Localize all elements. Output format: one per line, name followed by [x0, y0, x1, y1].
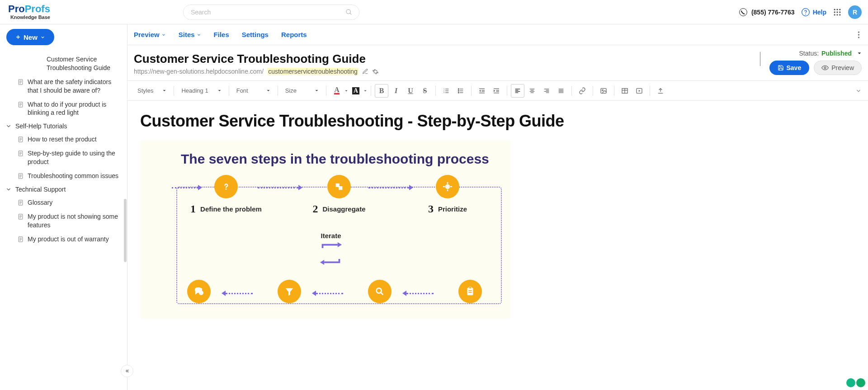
nav-sites[interactable]: Sites — [172, 31, 208, 38]
svg-point-98 — [602, 89, 604, 91]
size-select[interactable]: Size — [282, 87, 322, 94]
bold-button[interactable]: B — [375, 84, 388, 98]
logo[interactable]: ProProfs Knowledge Base — [6, 4, 50, 20]
outdent-button[interactable] — [475, 84, 489, 98]
image-button[interactable] — [597, 84, 610, 98]
font-select[interactable]: Font — [233, 87, 274, 94]
page-item-label: My product is not showing some features — [28, 212, 120, 230]
italic-button[interactable]: I — [389, 84, 403, 98]
toolbar-collapse-icon[interactable] — [855, 88, 862, 94]
help-link[interactable]: Help — [801, 8, 826, 17]
page-title-text[interactable]: Customer Service Troubleshooting Guide — [134, 52, 760, 66]
folder-label: Self-Help Tutorials — [15, 122, 67, 130]
svg-marker-54 — [218, 90, 221, 91]
step1-num: 1 — [190, 203, 196, 215]
svg-marker-118 — [286, 288, 293, 296]
logo-subtitle: Knowledge Base — [10, 15, 50, 20]
doc-icon — [17, 79, 24, 85]
page-url-base[interactable]: https://new-gen-solutions.helpdocsonline… — [134, 68, 264, 75]
content-heading[interactable]: Customer Service Troubleshooting - Step-… — [140, 112, 855, 131]
page-item[interactable]: Glossary — [0, 196, 127, 210]
align-justify-button[interactable] — [554, 84, 568, 98]
scrollbar[interactable] — [123, 50, 127, 390]
step1-label: Define the problem — [200, 205, 262, 213]
search-input-wrap[interactable] — [183, 5, 359, 20]
svg-point-6 — [836, 9, 838, 10]
phone-link[interactable]: (855) 776-7763 — [739, 8, 795, 17]
nav-label: Sites — [179, 31, 195, 38]
chevron-down-icon — [40, 35, 45, 40]
page-tree[interactable]: Customer Service Troubleshooting GuideWh… — [0, 50, 127, 390]
align-left-button[interactable] — [511, 84, 524, 98]
new-button-label: New — [24, 33, 38, 41]
strike-button[interactable]: S — [418, 84, 432, 98]
page-url-slug[interactable]: customerservicetroubleshooting — [267, 68, 359, 75]
page-item[interactable]: Step-by-step guide to using the product — [0, 146, 127, 169]
indent-button[interactable] — [490, 84, 503, 98]
chevron-down-icon — [161, 33, 166, 37]
editor-content[interactable]: Customer Service Troubleshooting - Step-… — [127, 101, 868, 337]
preview-button[interactable]: Preview — [814, 61, 862, 75]
upload-button[interactable] — [654, 84, 667, 98]
folder-item[interactable]: Self-Help Tutorials — [0, 120, 127, 132]
page-item[interactable]: How to reset the product — [0, 132, 127, 146]
apps-icon[interactable] — [833, 8, 842, 17]
heading-select[interactable]: Heading 1 — [178, 87, 225, 94]
page-item-label: Troubleshooting common issues — [28, 172, 118, 180]
new-button[interactable]: New — [6, 29, 54, 45]
editor-toolbar: Styles Heading 1 Font Size A A — [127, 81, 868, 101]
align-center-button[interactable] — [525, 84, 539, 98]
svg-marker-57 — [345, 90, 347, 91]
phone-icon — [739, 8, 748, 17]
underline-button[interactable]: U — [404, 84, 417, 98]
extension-badges — [846, 378, 865, 387]
svg-point-4 — [805, 14, 806, 14]
nav-label: Files — [214, 31, 229, 38]
svg-point-5 — [834, 9, 835, 10]
search-input[interactable] — [190, 8, 345, 16]
page-item[interactable]: My product is not showing some features — [0, 210, 127, 232]
page-item[interactable]: My product is out of warranty — [0, 232, 127, 246]
nav-preview[interactable]: Preview — [134, 31, 172, 38]
more-menu-button[interactable] — [856, 29, 862, 41]
nav-files[interactable]: Files — [208, 31, 236, 38]
svg-point-70 — [458, 92, 459, 93]
page-item[interactable]: Troubleshooting common issues — [0, 169, 127, 183]
video-button[interactable] — [632, 84, 646, 98]
settings-gear-icon[interactable] — [372, 68, 379, 75]
svg-point-10 — [839, 11, 840, 13]
svg-marker-58 — [364, 90, 366, 91]
doc-icon — [17, 213, 24, 220]
nav-settings[interactable]: Settings — [236, 31, 275, 38]
avatar[interactable]: R — [848, 5, 862, 19]
editor-scroll[interactable]: Customer Service Troubleshooting - Step-… — [127, 101, 868, 390]
link-button[interactable] — [576, 84, 589, 98]
page-item[interactable]: What to do if your product is blinking a… — [0, 98, 127, 120]
save-button[interactable]: Save — [769, 61, 810, 75]
page-item[interactable]: What are the safety indicators that I sh… — [0, 75, 127, 98]
table-button[interactable] — [618, 84, 632, 98]
process-diagram: The seven steps in the troubleshooting p… — [140, 141, 511, 319]
doc-icon — [17, 236, 24, 243]
numbered-list-button[interactable]: 123 — [439, 84, 453, 98]
page-item-label: Step-by-step guide to using the product — [28, 149, 120, 166]
svg-rect-107 — [339, 186, 342, 190]
folder-item[interactable]: Technical Support — [0, 183, 127, 196]
text-color-button[interactable]: A — [330, 84, 344, 98]
page-item[interactable]: Customer Service Troubleshooting Guide — [0, 52, 127, 75]
checklist-icon — [458, 280, 482, 303]
styles-select[interactable]: Styles — [134, 87, 170, 94]
status-value: Published — [821, 50, 852, 57]
save-label: Save — [787, 64, 802, 71]
svg-point-50 — [858, 37, 859, 38]
bg-color-button[interactable]: A — [349, 84, 363, 98]
badge-1[interactable] — [846, 378, 855, 387]
badge-2[interactable] — [856, 378, 865, 387]
bullet-list-button[interactable] — [454, 84, 467, 98]
align-right-button[interactable] — [540, 84, 553, 98]
page-title[interactable]: Customer Service Troubleshooting Guide — [134, 52, 760, 66]
page-item-label: What are the safety indicators that I sh… — [28, 78, 120, 95]
status-dropdown-icon[interactable] — [857, 51, 862, 56]
nav-reports[interactable]: Reports — [275, 31, 313, 38]
edit-url-icon[interactable] — [362, 68, 368, 75]
